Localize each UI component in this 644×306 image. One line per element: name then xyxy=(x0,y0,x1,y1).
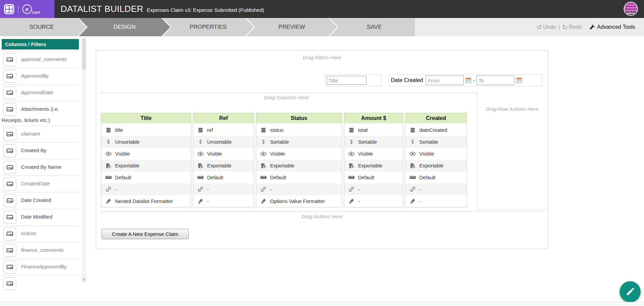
column-prop-value: Visible xyxy=(207,151,222,157)
wrench-icon xyxy=(590,24,595,30)
drive-icon xyxy=(3,244,16,257)
sidebar-item-approveddate[interactable]: ApprovedDate xyxy=(2,84,79,101)
undo-icon: ↺ xyxy=(536,24,542,30)
sidebar-item-claimant[interactable]: claimant xyxy=(2,126,79,142)
column-card-header: Created xyxy=(405,113,467,124)
column-prop-value: Sortable xyxy=(358,139,377,145)
column-card-ref[interactable]: RefrefUnsortableVisibleExportableDefault… xyxy=(193,113,254,207)
sidebar-item-label: Created By Name xyxy=(21,164,61,170)
sidebar-item-approvedby[interactable]: ApprovedBy xyxy=(2,68,79,84)
drive-icon xyxy=(3,178,16,190)
scrollbar-thumb[interactable] xyxy=(82,38,86,70)
date-from-input[interactable] xyxy=(426,76,464,85)
tab-label: SAVE xyxy=(367,24,382,30)
tab-properties[interactable]: PROPERTIES xyxy=(162,18,254,36)
sidebar-item-list: approval_commentsApprovedByApprovedDateA… xyxy=(2,51,79,292)
eye-icon xyxy=(105,151,112,156)
scrollbar-down-button[interactable]: ▼ xyxy=(82,277,87,282)
column-prop-export: Exportable xyxy=(405,160,467,171)
ruler-icon xyxy=(348,176,355,179)
date-created-filter-widget[interactable]: Date Created - xyxy=(388,74,542,86)
sidebar-item-label: approval_comments xyxy=(21,56,67,62)
sidebar-item-entires[interactable]: entires xyxy=(2,225,79,242)
date-to-input[interactable] xyxy=(476,76,514,85)
eye-icon xyxy=(260,151,267,156)
tab-preview[interactable]: PREVIEW xyxy=(246,18,337,36)
column-prop-sort: Unsortable xyxy=(193,136,254,148)
database-icon xyxy=(105,127,112,133)
column-prop-value: Exportable xyxy=(115,163,139,168)
tab-label: SOURCE xyxy=(29,24,54,30)
title-wrap: DATALIST BUILDER Expenses Claim v3: Expe… xyxy=(61,4,264,14)
column-card-dateCreated[interactable]: CreateddateCreatedSortableVisibleExporta… xyxy=(405,113,467,207)
sidebar-item-date-created[interactable]: Date Created xyxy=(2,192,79,209)
sidebar-item-empty[interactable] xyxy=(2,275,79,292)
sidebar-item-createddate[interactable]: CreatedDate xyxy=(2,176,79,192)
sidebar-item-label: Date Modified xyxy=(21,214,52,220)
tab-label: PROPERTIES xyxy=(190,24,226,30)
undo-button[interactable]: ↺ Undo xyxy=(536,24,556,30)
design-canvas: Drag Filters Here Date Created - Drag Co… xyxy=(96,50,548,249)
sidebar-item-date-modified[interactable]: Date Modified xyxy=(2,209,79,225)
sidebar-item-label: Date Created xyxy=(21,197,51,203)
sidebar-item-created-by-name[interactable]: Created By Name xyxy=(2,159,79,176)
sidebar-item-label: entires xyxy=(21,230,36,236)
column-prop-value: Unsortable xyxy=(115,139,140,145)
joget-logo-icon: e xyxy=(22,4,32,14)
sidebar-item-attachments-i-e-receipts-tickets-etc[interactable]: Attachments (i.e. Receipts, tickets etc.… xyxy=(2,101,79,126)
column-prop-visibility: Visible xyxy=(256,148,342,160)
advanced-tools-label: Advanced Tools xyxy=(597,24,635,30)
page-title: DATALIST BUILDER xyxy=(61,4,143,14)
column-card-header: Amount $ xyxy=(344,113,403,124)
sidebar-item-created-by[interactable]: Created By xyxy=(2,142,79,159)
column-prop-visibility: Visible xyxy=(405,148,467,160)
sidebar-item-label: ApprovedDate xyxy=(21,89,53,95)
sidebar-item-finance-comments[interactable]: finance_comments xyxy=(2,242,79,259)
date-filter-label: Date Created xyxy=(391,77,423,83)
redo-button[interactable]: ↻ Redo xyxy=(562,24,582,30)
drive-icon xyxy=(3,277,16,290)
tab-source[interactable]: SOURCE xyxy=(0,18,87,36)
sort-icon xyxy=(105,139,112,144)
column-cards: TitletitleUnsortableVisibleExportableDef… xyxy=(101,113,467,207)
drive-icon xyxy=(3,261,16,273)
column-prop-value: Visible xyxy=(115,151,130,157)
eye-icon xyxy=(409,151,416,156)
page-subtitle: Expenses Claim v3: Expense Submitted (Pu… xyxy=(147,7,264,13)
column-card-status[interactable]: StatusstatusSortableVisibleExportableDef… xyxy=(256,113,342,207)
drag-columns-zone-label: Drag Columns Here xyxy=(96,95,477,100)
advanced-tools-button[interactable]: Advanced Tools xyxy=(590,24,635,30)
tabbar: SOURCEDESIGNPROPERTIESPREVIEWSAVE ↺ Undo… xyxy=(0,18,644,36)
calendar-icon[interactable] xyxy=(465,78,471,83)
tab-save[interactable]: SAVE xyxy=(330,18,415,36)
column-prop-value: Exportable xyxy=(419,163,444,168)
column-prop-value: - xyxy=(419,186,421,192)
create-new-expense-claim-button[interactable]: Create A New Expense Claim xyxy=(102,229,189,239)
drive-icon xyxy=(3,128,16,141)
column-prop-width_mode: Default xyxy=(256,171,342,183)
calendar-icon[interactable] xyxy=(516,78,522,83)
column-card-title[interactable]: TitletitleUnsortableVisibleExportableDef… xyxy=(101,113,191,207)
column-prop-value: Exportable xyxy=(358,163,382,168)
tab-design[interactable]: DESIGN xyxy=(79,18,170,36)
drive-icon xyxy=(3,70,16,83)
avatar[interactable]: admin xyxy=(624,2,638,16)
title-filter-widget[interactable] xyxy=(325,74,381,86)
column-prop-value: - xyxy=(419,198,421,204)
column-prop-value: Default xyxy=(115,175,131,180)
tab-label: PREVIEW xyxy=(279,24,305,30)
sidebar-item-financeapprovedby[interactable]: FinanceApprovedBy xyxy=(2,259,79,275)
column-prop-link: - xyxy=(405,183,467,195)
column-card-total[interactable]: Amount $totalSortableVisibleExportableDe… xyxy=(344,113,403,207)
title-filter-input[interactable] xyxy=(327,76,367,85)
sidebar-item-approval-comments[interactable]: approval_comments xyxy=(2,51,79,68)
apps-grid-icon[interactable] xyxy=(4,4,14,14)
eye-icon xyxy=(197,151,204,156)
column-prop-formatter: - xyxy=(405,195,467,207)
edit-fab-button[interactable] xyxy=(620,281,641,302)
column-prop-export: Exportable xyxy=(344,160,403,171)
sort-icon xyxy=(260,139,267,144)
sidebar-scrollbar[interactable]: ▼ xyxy=(82,37,87,282)
column-prop-sort: Sortable xyxy=(405,136,467,148)
column-prop-value: Default xyxy=(270,175,286,180)
